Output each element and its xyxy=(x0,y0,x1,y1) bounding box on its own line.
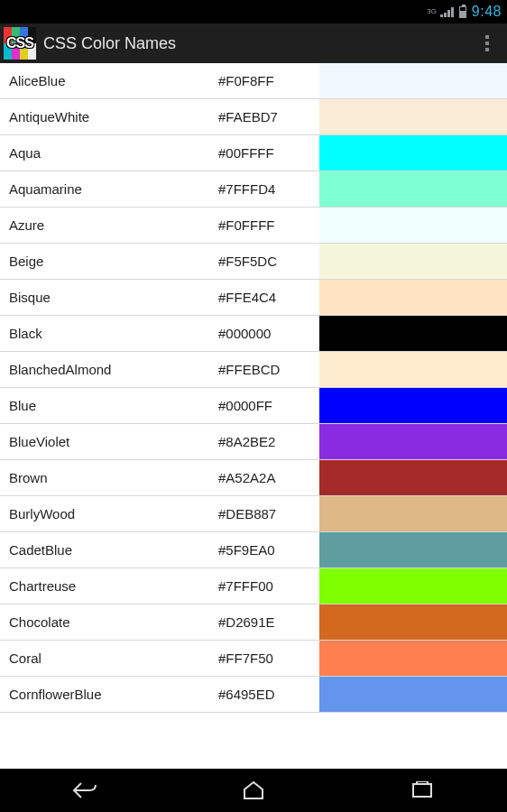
color-row[interactable]: Blue#0000FF xyxy=(0,388,507,424)
color-swatch xyxy=(319,99,507,134)
color-row[interactable]: Bisque#FFE4C4 xyxy=(0,280,507,316)
color-hex: #DEB887 xyxy=(218,506,319,521)
color-name: CornflowerBlue xyxy=(9,687,218,702)
color-swatch xyxy=(319,496,507,531)
color-row[interactable]: Coral#FF7F50 xyxy=(0,641,507,677)
color-swatch xyxy=(319,135,507,171)
color-swatch xyxy=(319,171,507,207)
color-row[interactable]: Aqua#00FFFF xyxy=(0,135,507,171)
color-name: Coral xyxy=(9,651,218,666)
recent-apps-button[interactable] xyxy=(386,776,458,805)
color-hex: #6495ED xyxy=(218,687,319,702)
color-row[interactable]: CornflowerBlue#6495ED xyxy=(0,677,507,713)
color-name: Blue xyxy=(9,398,218,413)
color-row[interactable]: BlueViolet#8A2BE2 xyxy=(0,424,507,460)
color-hex: #F5F5DC xyxy=(218,254,319,269)
color-hex: #7FFFD4 xyxy=(218,181,319,197)
color-swatch xyxy=(319,677,507,712)
svg-rect-1 xyxy=(417,781,428,784)
color-hex: #7FFF00 xyxy=(218,578,319,594)
color-hex: #FFEBCD xyxy=(218,362,319,377)
color-hex: #FF7F50 xyxy=(218,651,319,666)
color-row[interactable]: Black#000000 xyxy=(0,316,507,352)
color-swatch xyxy=(319,244,507,279)
color-hex: #0000FF xyxy=(218,398,319,413)
color-hex: #A52A2A xyxy=(218,470,319,485)
color-swatch xyxy=(319,352,507,387)
color-swatch xyxy=(319,316,507,351)
app-title: CSS Color Names xyxy=(43,34,476,53)
color-name: BurlyWood xyxy=(9,506,218,521)
color-swatch xyxy=(319,532,507,567)
color-swatch xyxy=(319,280,507,315)
app-icon: CSS xyxy=(4,27,36,60)
color-name: Chartreuse xyxy=(9,578,218,594)
color-swatch xyxy=(319,641,507,676)
home-button[interactable] xyxy=(217,776,290,805)
color-swatch xyxy=(319,63,507,98)
color-row[interactable]: BlanchedAlmond#FFEBCD xyxy=(0,352,507,388)
color-row[interactable]: CadetBlue#5F9EA0 xyxy=(0,532,507,568)
color-row[interactable]: BurlyWood#DEB887 xyxy=(0,496,507,532)
color-swatch xyxy=(319,424,507,459)
network-type-label: 3G xyxy=(427,8,437,15)
color-hex: #5F9EA0 xyxy=(218,542,319,558)
color-row[interactable]: AntiqueWhite#FAEBD7 xyxy=(0,99,507,135)
color-name: Chocolate xyxy=(9,614,218,630)
color-hex: #000000 xyxy=(218,326,319,341)
color-row[interactable]: Brown#A52A2A xyxy=(0,460,507,496)
color-name: BlueViolet xyxy=(9,434,218,449)
color-hex: #FAEBD7 xyxy=(218,109,319,125)
signal-icon xyxy=(440,6,454,17)
color-name: AntiqueWhite xyxy=(9,109,218,125)
status-bar: 3G 9:48 xyxy=(0,0,507,23)
color-swatch xyxy=(319,208,507,243)
color-list[interactable]: AliceBlue#F0F8FFAntiqueWhite#FAEBD7Aqua#… xyxy=(0,63,507,769)
color-row[interactable]: Aquamarine#7FFFD4 xyxy=(0,171,507,208)
color-swatch xyxy=(319,604,507,640)
color-name: Black xyxy=(9,326,218,341)
action-bar: CSS CSS Color Names xyxy=(0,23,507,63)
color-name: AliceBlue xyxy=(9,73,218,88)
battery-icon xyxy=(459,6,466,18)
color-hex: #00FFFF xyxy=(218,145,319,161)
color-row[interactable]: Beige#F5F5DC xyxy=(0,244,507,280)
back-button[interactable] xyxy=(49,776,121,805)
app-icon-text: CSS xyxy=(4,27,36,60)
color-row[interactable]: Chocolate#D2691E xyxy=(0,604,507,641)
color-hex: #F0F8FF xyxy=(218,73,319,88)
color-row[interactable]: Azure#F0FFFF xyxy=(0,208,507,244)
status-clock: 9:48 xyxy=(472,4,502,20)
color-name: Bisque xyxy=(9,290,218,305)
svg-rect-0 xyxy=(413,784,431,797)
color-swatch xyxy=(319,568,507,604)
color-name: Brown xyxy=(9,470,218,485)
color-swatch xyxy=(319,460,507,495)
overflow-menu-button[interactable] xyxy=(476,35,498,51)
color-name: Azure xyxy=(9,217,218,233)
color-hex: #FFE4C4 xyxy=(218,290,319,305)
color-hex: #F0FFFF xyxy=(218,217,319,233)
color-hex: #D2691E xyxy=(218,614,319,630)
color-swatch xyxy=(319,388,507,423)
color-name: BlanchedAlmond xyxy=(9,362,218,377)
color-name: Aquamarine xyxy=(9,181,218,197)
color-name: CadetBlue xyxy=(9,542,218,558)
nav-bar xyxy=(0,769,507,812)
color-name: Aqua xyxy=(9,145,218,161)
color-name: Beige xyxy=(9,254,218,269)
color-hex: #8A2BE2 xyxy=(218,434,319,449)
color-row[interactable]: Chartreuse#7FFF00 xyxy=(0,568,507,604)
color-row[interactable]: AliceBlue#F0F8FF xyxy=(0,63,507,99)
